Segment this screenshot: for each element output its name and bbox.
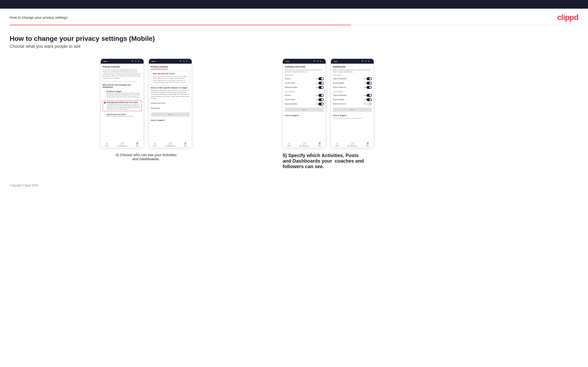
home-icon: ⌂ bbox=[106, 142, 108, 145]
phone-1-nav-icons: 🔍 👤 ⚙ ⌄ bbox=[131, 60, 142, 62]
activities-posts-item[interactable]: Activities and Posts › bbox=[151, 101, 190, 106]
bottom-nav-menu-3[interactable]: ☰ Menu bbox=[318, 142, 321, 147]
home-icon-3: ⌂ bbox=[288, 142, 290, 145]
followers-manual-toggle[interactable] bbox=[318, 103, 324, 105]
phone-4-nav-icons: 🔍 👤 ⚙ ⌄ bbox=[362, 60, 372, 62]
followers-round-insights-row: Round Insights ON bbox=[333, 98, 372, 102]
followers-player-dash-toggle[interactable] bbox=[366, 94, 372, 97]
menu-label-4: Menu bbox=[366, 145, 369, 147]
radio-dot-approved bbox=[104, 102, 106, 103]
phone-4-nav: ‹ Back 🔍 👤 ⚙ ⌄ bbox=[331, 59, 374, 64]
performance-label-4: My Performance bbox=[347, 145, 357, 147]
dashboards-item[interactable]: Dashboards › bbox=[151, 106, 190, 111]
coaches-rounds-toggle[interactable] bbox=[318, 77, 324, 80]
coaches-player-dash-toggle[interactable] bbox=[366, 77, 372, 80]
coaches-round-insights-toggle[interactable] bbox=[366, 82, 372, 84]
radio-desc-only-you: Only you and the coaches you connect wit… bbox=[106, 116, 133, 117]
bottom-nav-performance[interactable]: 📈 My Performance bbox=[117, 142, 127, 147]
search-icon-4[interactable]: 🔍 bbox=[362, 60, 364, 62]
phone-3-back[interactable]: ‹ Back bbox=[285, 60, 290, 62]
settings-icon-2[interactable]: ⚙ bbox=[186, 60, 187, 62]
followers-manual-toggle-group: ON bbox=[316, 103, 324, 105]
bottom-nav-performance-2[interactable]: 📈 My Performance bbox=[165, 142, 175, 147]
chevron-down-icon[interactable]: ⌄ bbox=[140, 60, 142, 62]
home-icon-4: ⌂ bbox=[336, 142, 338, 145]
phone-2-nav: ‹ Back 🔍 👤 ⚙ ⌄ bbox=[149, 59, 192, 64]
bottom-nav-home-2[interactable]: ⌂ Home bbox=[153, 142, 157, 147]
bottom-nav-menu-4[interactable]: ☰ Menu bbox=[366, 142, 369, 147]
menu-label-3: Menu bbox=[318, 145, 321, 147]
coaches-manual-toggle[interactable] bbox=[318, 86, 324, 89]
phones-left-row: ‹ Back 🔍 👤 ⚙ ⌄ Privacy Controls Control … bbox=[101, 58, 192, 148]
mockups-container: ‹ Back 🔍 👤 ⚙ ⌄ Privacy Controls Control … bbox=[10, 58, 578, 169]
home-label-2: Home bbox=[153, 145, 157, 147]
menu-icon-4: ☰ bbox=[366, 142, 369, 145]
main-content: How to change your privacy settings (Mob… bbox=[0, 25, 588, 179]
coaches-what-to-work-on-text: ON bbox=[364, 87, 366, 88]
phone-4-back[interactable]: ‹ Back bbox=[333, 60, 338, 62]
followers-manual-on-text: ON bbox=[316, 103, 318, 105]
phone-screen-4: ‹ Back 🔍 👤 ⚙ ⌄ Dashboards Select the das… bbox=[331, 58, 374, 148]
phone-1-back[interactable]: ‹ Back bbox=[103, 60, 107, 62]
followers-rounds-toggle[interactable] bbox=[318, 94, 324, 97]
chevron-down-icon-2[interactable]: ⌄ bbox=[188, 60, 190, 62]
followers-manual-label: Manual Activities bbox=[285, 103, 297, 105]
menu-icon: ☰ bbox=[136, 142, 138, 145]
chart-icon-4: 📈 bbox=[351, 142, 354, 145]
bottom-nav-menu[interactable]: ☰ Menu bbox=[136, 142, 139, 147]
bottom-nav-home-4[interactable]: ⌂ Home bbox=[335, 142, 339, 147]
bottom-nav-performance-3[interactable]: 📈 My Performance bbox=[299, 142, 309, 147]
followers-what-to-work-on-text: ON bbox=[364, 103, 366, 105]
radio-option-approved[interactable]: Only Approved Followers and Your Coach O… bbox=[103, 100, 142, 111]
phone-2-bottom-nav: ⌂ Home 📈 My Performance ☰ Menu bbox=[149, 141, 192, 148]
coaches-round-insights-toggle-group: ON bbox=[364, 82, 372, 84]
followers-player-dash-row: Player Dashboard ON bbox=[333, 93, 372, 98]
chevron-down-icon-4[interactable]: ⌄ bbox=[370, 60, 372, 62]
bottom-nav-home-3[interactable]: ⌂ Home bbox=[287, 142, 291, 147]
dashboards-screen-body: Select the dashboards that you'd like to… bbox=[333, 69, 372, 73]
header: How to change your privacy settings clip… bbox=[0, 9, 588, 25]
radio-desc-everyone: Everyone on Clippd can search for you an… bbox=[106, 92, 141, 98]
save-button-4[interactable]: Save bbox=[333, 108, 372, 112]
phone-1-bottom-nav: ⌂ Home 📈 My Performance ☰ Menu bbox=[101, 141, 144, 148]
search-icon[interactable]: 🔍 bbox=[131, 60, 134, 62]
followers-round-insights-toggle[interactable] bbox=[366, 98, 372, 101]
phone-screen-3: ‹ Back 🔍 👤 ⚙ ⌄ Activities and Posts Sele… bbox=[283, 58, 326, 148]
menu-label: Menu bbox=[136, 145, 139, 147]
settings-icon-4[interactable]: ⚙ bbox=[368, 60, 369, 62]
followers-what-to-work-toggle[interactable] bbox=[366, 103, 372, 105]
performance-label-2: My Performance bbox=[165, 145, 175, 147]
save-button-2[interactable]: Save bbox=[151, 112, 190, 117]
settings-icon[interactable]: ⚙ bbox=[138, 60, 139, 62]
bottom-nav-menu-2[interactable]: ☰ Menu bbox=[184, 142, 187, 147]
left-section: ‹ Back 🔍 👤 ⚙ ⌄ Privacy Controls Control … bbox=[10, 58, 283, 161]
phone-screen-1: ‹ Back 🔍 👤 ⚙ ⌄ Privacy Controls Control … bbox=[101, 58, 144, 148]
phone-2-back[interactable]: ‹ Back bbox=[151, 60, 156, 62]
bottom-nav-performance-4[interactable]: 📈 My Performance bbox=[347, 142, 357, 147]
followers-player-dash-on-text: ON bbox=[364, 95, 366, 96]
settings-icon-3[interactable]: ⚙ bbox=[320, 60, 321, 62]
followers-rounds-on-text: ON bbox=[316, 95, 318, 96]
coaches-rounds-toggle-group: ON bbox=[316, 77, 324, 80]
search-icon-3[interactable]: 🔍 bbox=[314, 60, 316, 62]
tooltip-title: Only You and Your Coach bbox=[153, 73, 188, 75]
followers-drills-toggle[interactable] bbox=[318, 98, 324, 101]
coaches-drills-toggle[interactable] bbox=[318, 82, 324, 84]
chevron-down-icon-3[interactable]: ⌄ bbox=[322, 60, 324, 62]
radio-option-only-you[interactable]: Only You and Your Coach Only you and the… bbox=[103, 113, 142, 118]
coaches-drills-toggle-group: ON bbox=[316, 82, 324, 84]
followers-rounds-label: Rounds bbox=[285, 94, 291, 96]
coaches-what-to-work-toggle[interactable] bbox=[366, 86, 372, 89]
coaches-drills-label: Practice Drills bbox=[285, 82, 295, 84]
followers-rounds-row: Rounds ON bbox=[285, 93, 324, 98]
radio-dot-everyone bbox=[104, 91, 106, 93]
search-icon-2[interactable]: 🔍 bbox=[180, 60, 182, 62]
followers-rounds-toggle-group: ON bbox=[316, 94, 324, 97]
phones-right-row: ‹ Back 🔍 👤 ⚙ ⌄ Activities and Posts Sele… bbox=[283, 58, 374, 148]
coaches-player-dash-label: Player Dashboard bbox=[333, 78, 346, 80]
coaches-player-dash-toggle-group: ON bbox=[364, 77, 372, 80]
caption-4: 4) Choose who can see your Activities an… bbox=[112, 153, 180, 161]
radio-option-everyone[interactable]: Everyone on Clippd Everyone on Clippd ca… bbox=[103, 90, 142, 99]
bottom-nav-home[interactable]: ⌂ Home bbox=[105, 142, 109, 147]
save-button-3[interactable]: Save bbox=[285, 108, 324, 112]
